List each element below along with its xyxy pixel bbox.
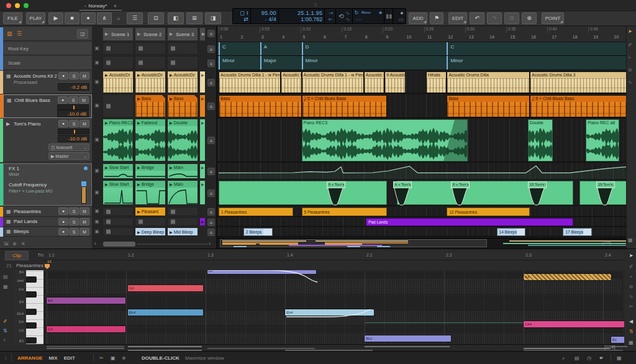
launcher-clip-partial[interactable]: ▶ <box>200 95 205 117</box>
clip-slot-partial[interactable]: ▶ <box>199 119 206 162</box>
clip-slot[interactable]: ▶Fadeout <box>135 119 166 162</box>
clipboard-icon[interactable]: ▣ <box>111 355 116 361</box>
clip-slot[interactable] <box>102 42 134 55</box>
clip-slot[interactable] <box>167 217 198 226</box>
launcher-clip[interactable]: ▶Main <box>168 164 198 178</box>
clip-play-icon[interactable]: ▶ <box>105 166 108 170</box>
clip-slot-partial[interactable]: ▶ <box>199 217 206 226</box>
add-lane-icon[interactable]: ⊕ <box>12 241 17 247</box>
clip-play-icon[interactable]: ▶ <box>170 183 173 186</box>
clip-slot-partial[interactable]: ▶ <box>199 71 206 93</box>
midi-note[interactable]: E4 <box>47 298 125 304</box>
scene-play-icon[interactable]: ▶ <box>137 32 140 37</box>
mute-button[interactable]: M <box>80 207 89 215</box>
h-scrollbar-track[interactable] <box>137 243 208 245</box>
scene-header[interactable]: ▶Scene 3 <box>167 27 198 41</box>
launcher-clip[interactable]: ▶Piano REC1 <box>103 119 133 161</box>
velocity-bar[interactable] <box>524 348 610 349</box>
clip-play-icon[interactable]: ▶ <box>105 121 108 125</box>
clip-play-icon[interactable]: ▶ <box>137 183 140 186</box>
more-icon[interactable]: ⁞ <box>4 241 5 247</box>
tool-icon[interactable]: ▤ <box>3 274 8 280</box>
mixer-icon[interactable]: ≑ <box>122 355 126 361</box>
tool-icon[interactable]: ♪ <box>3 337 6 342</box>
search-icon[interactable]: ⌕ <box>562 355 565 362</box>
clip-slot[interactable]: ▶Double <box>167 119 198 162</box>
clip-slot-partial[interactable]: ▶ <box>199 180 206 205</box>
point-button[interactable]: POINT <box>542 12 564 24</box>
fx-track-name[interactable]: FX 1 <box>9 166 19 171</box>
cutoff-clip-label[interactable]: 6 + Tom's <box>451 181 470 188</box>
tool-icon[interactable]: ∿ <box>628 80 632 85</box>
snip-icon[interactable]: ✂ <box>99 355 104 361</box>
h-scrollbar-thumb[interactable] <box>103 242 135 247</box>
arm-button[interactable]: ● <box>58 72 68 80</box>
cutoff-segment[interactable] <box>219 181 387 205</box>
right-panel-toggle[interactable]: ◨ <box>205 12 221 24</box>
arranger-clip-bleeps[interactable]: 2 Bleeps <box>243 228 273 236</box>
arranger-clip-drums[interactable]: Hihats <box>426 71 447 93</box>
scene-header[interactable]: ▶Scene 1 <box>102 27 134 41</box>
fx-group[interactable]: FX 1 Mixer Cutoff Frequency Filter+ » Lo… <box>3 163 92 206</box>
close-tab-icon[interactable]: ✕ <box>114 4 117 8</box>
arranger-clip-drums[interactable]: 9 Acoustic <box>384 71 405 93</box>
launcher-clip[interactable]: ▶Double <box>168 119 198 161</box>
track-name[interactable]: Pad Lands <box>14 219 37 224</box>
clip-slot[interactable] <box>167 56 198 70</box>
clip-play-icon[interactable]: ▶ <box>137 166 140 170</box>
arm-button[interactable]: ● <box>58 96 68 104</box>
clip-slot[interactable]: ▶AcousticDr <box>102 71 134 93</box>
cutoff-clip-label[interactable]: A + Tom's <box>393 181 412 188</box>
clip-stop-button[interactable] <box>94 79 100 85</box>
launcher-clip-partial[interactable]: ▶ <box>200 218 205 225</box>
black-key[interactable] <box>26 322 37 329</box>
record-source-cell[interactable]: ● ▭ <box>393 9 406 24</box>
arranger-clip-drums[interactable]: Acoustic Drums Dilla 1 - w Perc <box>219 71 281 93</box>
clip-slot[interactable] <box>102 227 134 236</box>
launcher-clip[interactable]: ▶AcousticDr <box>135 71 165 93</box>
fade-wave-icon[interactable]: ∿ <box>345 16 350 22</box>
arranger-clip-bass[interactable]: ⤸ 5 + Chill Blues Bass <box>530 95 626 117</box>
add-button[interactable]: ADD <box>409 12 427 24</box>
clip-stop-button[interactable] <box>94 60 100 66</box>
arm-button[interactable]: ● <box>58 207 68 215</box>
tool-icon[interactable]: ⊘ <box>628 67 632 73</box>
undo-button[interactable]: ↶ <box>470 12 484 24</box>
track-name[interactable]: Pleasantries <box>14 209 41 214</box>
io-panel-button[interactable]: ⊡ <box>148 12 164 24</box>
arranger-clip-bass[interactable]: ⤸ 5 + Chill Blues Bass <box>302 95 387 117</box>
track-stop-all-button[interactable]: ≣ <box>207 168 215 175</box>
volume-value[interactable]: -10.0 dB <box>58 135 89 142</box>
clip-slot[interactable] <box>102 207 134 216</box>
clip-stop-button[interactable] <box>94 229 100 235</box>
panel-toggle-button[interactable]: ◲ <box>77 29 88 39</box>
track-stop-all-button[interactable]: ≣ <box>207 102 215 110</box>
clip-slot[interactable]: ▶Bass <box>167 94 198 117</box>
punch-cell[interactable]: ⇥ ⇤ <box>325 9 335 24</box>
launcher-clip-partial[interactable]: ▶ <box>200 119 205 161</box>
mute-button[interactable]: M <box>80 120 89 127</box>
play-button[interactable]: ▶ <box>48 12 63 24</box>
tool-icon[interactable]: ▦ <box>3 284 8 289</box>
clip-play-icon[interactable]: ▶ <box>105 73 108 77</box>
arranger-clip-piano[interactable]: Double <box>528 119 553 162</box>
arm-button[interactable]: ● <box>58 120 68 127</box>
track-header-bleeps[interactable]: ▦ Bleeps ●SM <box>3 227 92 237</box>
track-header-pad-lands[interactable]: ▦ Pad Lands ●SM <box>3 217 92 227</box>
macro-slider[interactable] <box>81 181 86 204</box>
clip-slot[interactable]: ▶Bridge <box>135 163 166 179</box>
clip-play-icon[interactable]: ▶ <box>137 230 140 234</box>
arranger-clip-piano[interactable]: Piano REC alt <box>586 119 619 162</box>
clip-slot[interactable] <box>167 42 198 55</box>
track-stop-all-button[interactable]: ≣ <box>207 45 215 53</box>
tool-icon[interactable]: ✐ <box>627 264 635 270</box>
transport-groove-cell[interactable]: ◻ I ⇄ <box>233 9 250 24</box>
tool-icon[interactable]: ⌁ <box>627 274 635 280</box>
fill-wave-icon[interactable]: ∿ <box>345 10 350 16</box>
cutoff-clip-label[interactable]: 19 Tom's P <box>596 181 615 188</box>
document-tab[interactable]: ▪Norway* ✕ <box>80 1 122 11</box>
tab-clip[interactable]: Clip <box>5 251 29 260</box>
velocity-bar[interactable] <box>47 348 124 349</box>
tool-icon[interactable]: ∿ <box>627 294 635 299</box>
mode-mix[interactable]: MIX <box>48 355 57 361</box>
